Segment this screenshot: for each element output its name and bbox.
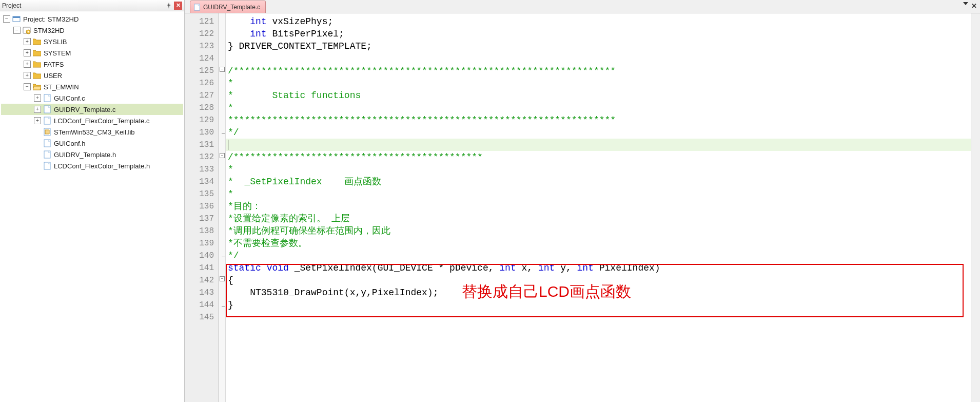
tree-label: FATFS [44, 61, 64, 68]
tree-group-user[interactable]: + USER [1, 70, 183, 81]
vertical-scrollbar[interactable] [971, 13, 980, 402]
fold-toggle[interactable]: − [220, 276, 225, 281]
svg-rect-1 [13, 16, 20, 18]
tree-label: SYSTEM [44, 49, 71, 57]
tree-label: SYSLIB [44, 38, 67, 46]
project-panel-title: Project [2, 2, 165, 9]
fold-toggle[interactable]: − [220, 153, 225, 158]
code-editor[interactable]: 121 122 123 124 125 126 127 128 129 130 … [185, 13, 980, 402]
line-number: 129 [185, 114, 218, 126]
editor-tab-active[interactable]: GUIDRV_Template.c [190, 1, 266, 13]
tab-label: GUIDRV_Template.c [203, 4, 260, 11]
line-number: 131 [185, 139, 218, 151]
line-number: 122 [185, 28, 218, 40]
tree-label: USER [44, 72, 62, 80]
tree-label: Project: STM32HD [23, 15, 79, 23]
h-file-icon [43, 139, 52, 148]
expand-toggle[interactable]: + [24, 72, 31, 79]
c-file-icon [193, 4, 201, 11]
tab-list-dropdown-icon[interactable] [963, 2, 968, 5]
line-number: 144 [185, 299, 218, 311]
lib-file-icon [43, 127, 52, 137]
expand-toggle[interactable]: + [34, 94, 41, 102]
tree-label: GUIDRV_Template.h [54, 151, 116, 159]
tree-label: LCDConf_FlexColor_Template.h [54, 162, 150, 170]
h-file-icon [43, 150, 52, 159]
tree-file-guidrv-c[interactable]: + GUIDRV_Template.c [1, 104, 183, 115]
line-number: 135 [185, 188, 218, 200]
svg-rect-11 [44, 162, 50, 169]
line-number: 130 [185, 126, 218, 139]
tree-project-root[interactable]: − Project: STM32HD [1, 13, 183, 25]
line-number: 132 [185, 151, 218, 163]
tree-target[interactable]: − STM32HD [1, 25, 183, 36]
c-file-icon [43, 116, 52, 125]
svg-rect-5 [44, 94, 50, 102]
tree-file-lcdconf-h[interactable]: LCDConf_FlexColor_Template.h [1, 160, 183, 171]
tree-label: STM32HD [33, 27, 65, 34]
line-number: 139 [185, 237, 218, 250]
editor-tab-bar: GUIDRV_Template.c ✕ [185, 0, 980, 13]
line-number: 125 [185, 65, 218, 77]
h-file-icon [43, 161, 52, 170]
expand-toggle[interactable]: + [34, 117, 41, 124]
tree-label: ST_EMWIN [44, 83, 79, 91]
tree-group-fatfs[interactable]: + FATFS [1, 59, 183, 70]
folder-icon [32, 60, 42, 69]
tree-file-lcdconf-c[interactable]: + LCDConf_FlexColor_Template.c [1, 115, 183, 126]
tree-file-lib[interactable]: STemWin532_CM3_Keil.lib [1, 126, 183, 138]
pin-icon[interactable] [165, 2, 173, 10]
panel-close-button[interactable]: ✕ [174, 2, 182, 10]
project-panel: Project ✕ − Project: STM32HD − STM32HD + [0, 0, 185, 402]
fold-toggle[interactable]: − [220, 67, 225, 72]
fold-end-mark [222, 133, 225, 134]
line-number: 136 [185, 200, 218, 213]
fold-end-mark [222, 306, 225, 307]
line-number: 128 [185, 102, 218, 114]
expand-spacer [34, 140, 41, 147]
project-icon [12, 14, 21, 24]
line-number: 126 [185, 77, 218, 89]
line-number: 141 [185, 262, 218, 274]
annotation-text: 替换成自己LCD画点函数 [462, 281, 631, 302]
tree-file-guidrv-h[interactable]: GUIDRV_Template.h [1, 149, 183, 160]
folder-open-icon [32, 82, 42, 91]
tree-label: LCDConf_FlexColor_Template.c [54, 117, 149, 125]
target-icon [22, 26, 31, 35]
tree-file-guiconf-c[interactable]: + GUIConf.c [1, 92, 183, 104]
tree-group-syslib[interactable]: + SYSLIB [1, 36, 183, 47]
expand-toggle[interactable]: − [24, 83, 31, 90]
line-number: 138 [185, 225, 218, 237]
tree-label: GUIDRV_Template.c [54, 106, 115, 113]
line-number: 140 [185, 250, 218, 262]
fold-end-mark [222, 257, 225, 257]
code-content[interactable]: int vxSizePhys; int BitsPerPixel; } DRIV… [226, 13, 971, 402]
expand-toggle[interactable]: + [24, 38, 31, 45]
expand-toggle[interactable]: + [24, 49, 31, 56]
current-line [226, 139, 971, 151]
c-file-icon [43, 105, 52, 114]
line-number: 143 [185, 286, 218, 299]
tab-close-button[interactable]: ✕ [971, 2, 977, 10]
tree-label: GUIConf.h [54, 140, 85, 147]
expand-spacer [34, 162, 41, 169]
expand-toggle[interactable]: + [24, 61, 31, 68]
svg-rect-6 [44, 106, 50, 113]
expand-toggle[interactable]: − [3, 15, 10, 23]
expand-toggle[interactable]: − [13, 27, 21, 34]
svg-rect-12 [194, 4, 200, 10]
svg-rect-10 [44, 151, 50, 158]
line-number: 121 [185, 15, 218, 28]
line-number: 133 [185, 163, 218, 176]
fold-column[interactable]: − − − [219, 13, 226, 402]
tree-label: STemWin532_CM3_Keil.lib [54, 128, 135, 136]
line-number: 137 [185, 213, 218, 225]
svg-point-4 [28, 31, 29, 33]
tree-group-stemwin[interactable]: − ST_EMWIN [1, 81, 183, 92]
tree-group-system[interactable]: + SYSTEM [1, 47, 183, 59]
tree-file-guiconf-h[interactable]: GUIConf.h [1, 138, 183, 149]
expand-toggle[interactable]: + [34, 106, 41, 113]
line-number: 124 [185, 52, 218, 65]
project-tree[interactable]: − Project: STM32HD − STM32HD + SYSLIB + … [0, 11, 184, 402]
tree-label: GUIConf.c [54, 94, 85, 102]
